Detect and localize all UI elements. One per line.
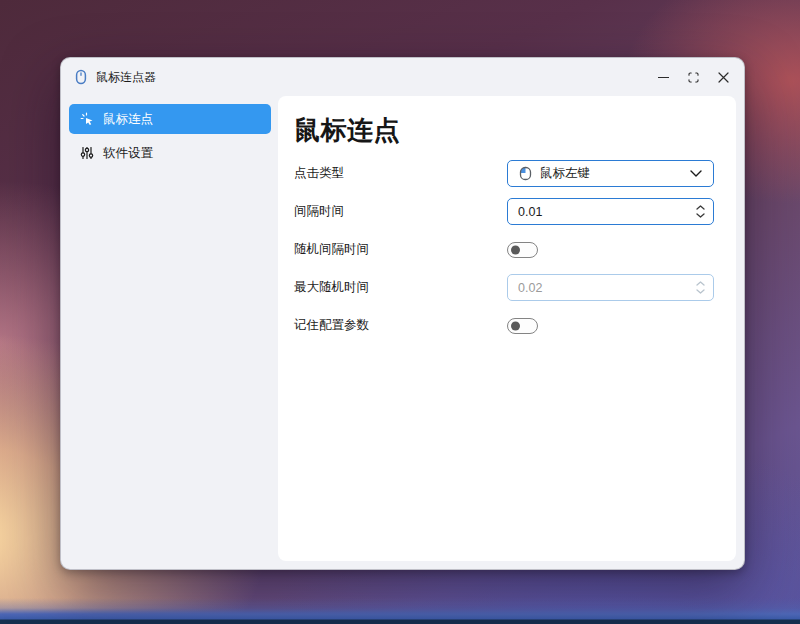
click-type-combobox[interactable]: 鼠标左键: [507, 160, 714, 187]
remember-config-row: 记住配置参数: [294, 312, 714, 339]
window-title: 鼠标连点器: [96, 69, 156, 86]
interval-label: 间隔时间: [294, 203, 507, 220]
sidebar-item-settings[interactable]: 软件设置: [69, 138, 271, 168]
max-random-numberbox: [507, 274, 714, 301]
main-content: 鼠标连点 点击类型 鼠标左键: [278, 96, 736, 561]
desktop-background: 鼠标连点器: [0, 0, 800, 624]
chevron-up-icon: [696, 205, 705, 210]
close-button[interactable]: [708, 58, 738, 96]
interval-spinner[interactable]: [696, 205, 705, 218]
app-mouse-icon: [75, 69, 87, 85]
max-random-spinner: [696, 281, 705, 294]
remember-config-toggle[interactable]: [507, 318, 538, 334]
mouse-left-button-icon: [519, 166, 532, 181]
random-interval-toggle[interactable]: [507, 242, 538, 258]
chevron-up-icon: [696, 281, 705, 286]
window-controls: [648, 58, 744, 96]
minimize-button[interactable]: [648, 58, 678, 96]
sidebar-item-label: 鼠标连点: [103, 111, 153, 128]
toggle-knob: [511, 245, 520, 254]
app-window: 鼠标连点器: [60, 57, 745, 570]
sidebar: 鼠标连点 软件设置: [69, 104, 271, 172]
close-icon: [718, 72, 729, 83]
click-type-row: 点击类型 鼠标左键: [294, 160, 714, 187]
chevron-down-icon: [696, 289, 705, 294]
interval-row: 间隔时间: [294, 198, 714, 225]
chevron-down-icon: [696, 213, 705, 218]
settings-form: 点击类型 鼠标左键: [294, 160, 714, 339]
minimize-icon: [658, 72, 669, 83]
click-type-value: 鼠标左键: [540, 165, 590, 182]
maximize-icon: [688, 72, 699, 83]
click-type-label: 点击类型: [294, 165, 507, 182]
max-random-row: 最大随机时间: [294, 274, 714, 301]
max-random-input: [518, 281, 696, 295]
max-random-label: 最大随机时间: [294, 279, 507, 296]
sidebar-item-mouse-clicker[interactable]: 鼠标连点: [69, 104, 271, 134]
sliders-icon: [80, 146, 94, 160]
toggle-knob: [511, 321, 520, 330]
maximize-button[interactable]: [678, 58, 708, 96]
chevron-down-icon: [690, 170, 702, 177]
page-title: 鼠标连点: [294, 113, 714, 148]
interval-numberbox: [507, 198, 714, 225]
cursor-click-icon: [80, 112, 94, 126]
random-interval-label: 随机间隔时间: [294, 241, 507, 258]
random-interval-row: 随机间隔时间: [294, 236, 714, 263]
interval-input[interactable]: [518, 205, 696, 219]
remember-config-label: 记住配置参数: [294, 317, 507, 334]
sidebar-item-label: 软件设置: [103, 145, 153, 162]
titlebar[interactable]: 鼠标连点器: [61, 58, 744, 96]
